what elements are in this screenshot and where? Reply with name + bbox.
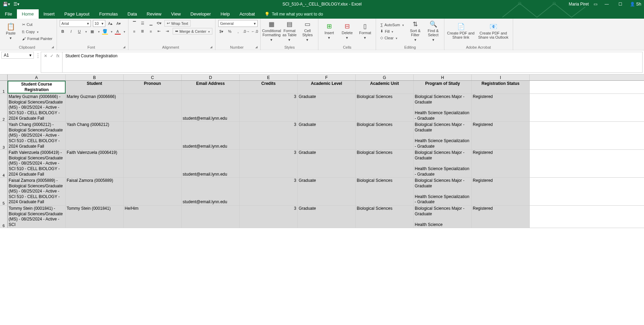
name-box[interactable]: A1▾: [1, 52, 34, 59]
col-header-H[interactable]: H: [414, 75, 472, 80]
tab-formulas[interactable]: Formulas: [94, 9, 123, 19]
cell-E4[interactable]: 3: [240, 150, 298, 177]
cell-A2[interactable]: Marley Guzman (0006666) - Biological Sci…: [8, 94, 66, 121]
merge-center-button[interactable]: ⬌Merge & Center: [173, 28, 213, 35]
cell-B5[interactable]: Faisal Zamora (0005889): [66, 178, 124, 205]
col-header-F[interactable]: F: [298, 75, 356, 80]
row-header-1[interactable]: 1: [0, 81, 8, 93]
cell-B2[interactable]: Marley Guzman (0006666): [66, 94, 124, 121]
align-top-button[interactable]: ▔: [131, 20, 137, 27]
find-select-button[interactable]: 🔍Find & Select▾: [425, 20, 441, 43]
decrease-font-button[interactable]: A▾: [116, 20, 122, 27]
cell-I2[interactable]: Registered: [472, 94, 530, 121]
tab-help[interactable]: Help: [216, 9, 235, 19]
ribbon-display-icon[interactable]: ▭: [594, 2, 597, 7]
fill-button[interactable]: ⬇Fill: [379, 28, 405, 34]
delete-cells-button[interactable]: ⊟Delete▾: [339, 20, 355, 43]
increase-decimal-button[interactable]: .0→: [243, 28, 249, 35]
dialog-launcher-icon[interactable]: ◢: [123, 45, 125, 49]
underline-button[interactable]: U: [76, 28, 83, 35]
col-header-E[interactable]: E: [240, 75, 298, 80]
col-header-I[interactable]: I: [472, 75, 530, 80]
cell-A5[interactable]: Faisal Zamora (0005889) - Biological Sci…: [8, 178, 66, 205]
cell-F4[interactable]: Graduate: [298, 150, 356, 177]
cell-H2[interactable]: Biological Sciences Major - Graduate Hea…: [414, 94, 472, 121]
cell-E5[interactable]: 3: [240, 178, 298, 205]
copy-button[interactable]: ⎘Copy: [21, 29, 54, 35]
cell-C3[interactable]: [124, 122, 182, 149]
cell-D1[interactable]: Email Address: [182, 81, 240, 93]
clear-button[interactable]: ◇Clear: [379, 35, 405, 41]
cell-A3[interactable]: Yash Chang (0006212) - Biological Scienc…: [8, 122, 66, 149]
cell-D3[interactable]: student@email.lynn.edu: [182, 122, 240, 149]
row-header-2[interactable]: 2: [0, 94, 8, 121]
cell-C5[interactable]: [124, 178, 182, 205]
tell-me-search[interactable]: 💡 Tell me what you want to do: [260, 10, 328, 19]
col-header-D[interactable]: D: [182, 75, 240, 80]
cell-A4[interactable]: Faith Valenzuela (0006419) - Biological …: [8, 150, 66, 177]
row-header-4[interactable]: 4: [0, 150, 8, 177]
font-name-select[interactable]: Arial▾: [60, 20, 91, 27]
tab-view[interactable]: View: [166, 9, 185, 19]
tab-file[interactable]: File: [0, 9, 17, 19]
sort-filter-button[interactable]: ⇅Sort & Filter▾: [407, 20, 423, 43]
create-pdf-outlook-button[interactable]: 📧Create PDF and Share via Outlook: [477, 20, 510, 43]
cell-D5[interactable]: student@email.lynn.edu: [182, 178, 240, 205]
tab-developer[interactable]: Developer: [185, 9, 215, 19]
cell-D6[interactable]: [182, 206, 240, 228]
cell-C6[interactable]: He/Him: [124, 206, 182, 228]
cell-I3[interactable]: Registered: [472, 122, 530, 149]
font-color-button[interactable]: A: [115, 28, 121, 35]
format-cells-button[interactable]: ▯Format▾: [357, 20, 373, 43]
orientation-button[interactable]: ⟲▾: [156, 20, 162, 27]
increase-font-button[interactable]: A▴: [107, 20, 114, 27]
cell-B1[interactable]: Student: [66, 81, 124, 93]
accounting-format-button[interactable]: $▾: [218, 28, 224, 35]
cell-E6[interactable]: 3: [240, 206, 298, 228]
cell-B6[interactable]: Tommy Stein (0001841): [66, 206, 124, 228]
decrease-indent-button[interactable]: ⇤: [156, 28, 162, 35]
cell-H5[interactable]: Biological Sciences Major - Graduate Hea…: [414, 178, 472, 205]
cell-H6[interactable]: Biological Sciences Major - Graduate Hea…: [414, 206, 472, 228]
chevron-down-icon[interactable]: [97, 29, 100, 33]
share-icon[interactable]: 👤 Sh: [630, 2, 641, 7]
cell-F5[interactable]: Graduate: [298, 178, 356, 205]
row-header-6[interactable]: 6: [0, 206, 8, 228]
percent-format-button[interactable]: %: [227, 28, 233, 35]
cell-D4[interactable]: student@email.lynn.edu: [182, 150, 240, 177]
create-pdf-share-button[interactable]: 📄Create PDF and Share link: [447, 20, 475, 43]
decrease-decimal-button[interactable]: ←.0: [251, 28, 258, 35]
insert-cells-button[interactable]: ⊞Insert▾: [321, 20, 337, 43]
row-header-3[interactable]: 3: [0, 122, 8, 149]
formula-input[interactable]: Student Course Registration: [63, 52, 642, 72]
cell-styles-button[interactable]: ▭Cell Styles▾: [299, 20, 315, 43]
increase-indent-button[interactable]: ⇥: [164, 28, 171, 35]
col-header-G[interactable]: G: [356, 75, 414, 80]
dialog-launcher-icon[interactable]: ◢: [210, 45, 212, 49]
cut-button[interactable]: ✂Cut: [21, 22, 54, 28]
chevron-down-icon[interactable]: [110, 29, 113, 33]
row-header-5[interactable]: 5: [0, 178, 8, 205]
col-header-B[interactable]: B: [66, 75, 124, 80]
cell-A6[interactable]: Tommy Stein (0001841) - Biological Scien…: [8, 206, 66, 228]
touch-mode-icon[interactable]: ☰▾: [13, 2, 19, 7]
align-bottom-button[interactable]: ▁: [148, 20, 154, 27]
tab-insert[interactable]: Insert: [39, 9, 60, 19]
paste-button[interactable]: 📋 Paste ▾: [3, 20, 19, 43]
cell-I5[interactable]: Registered: [472, 178, 530, 205]
cell-G4[interactable]: Biological Sciences: [356, 150, 414, 177]
cell-F3[interactable]: Graduate: [298, 122, 356, 149]
tab-home[interactable]: Home: [17, 9, 39, 19]
enter-formula-icon[interactable]: ✓: [50, 53, 54, 58]
col-header-A[interactable]: A: [8, 75, 66, 80]
autosum-button[interactable]: ∑AutoSum: [379, 22, 405, 28]
select-all-corner[interactable]: [0, 75, 8, 80]
cell-F1[interactable]: Academic Level: [298, 81, 356, 93]
tab-review[interactable]: Review: [142, 9, 166, 19]
wrap-text-button[interactable]: ↩Wrap Text: [164, 20, 191, 27]
minimize-button[interactable]: —: [602, 2, 611, 7]
cell-C4[interactable]: [124, 150, 182, 177]
cell-B3[interactable]: Yash Chang (0006212): [66, 122, 124, 149]
align-right-button[interactable]: ≡: [148, 28, 154, 35]
align-middle-button[interactable]: ☰: [140, 20, 146, 27]
